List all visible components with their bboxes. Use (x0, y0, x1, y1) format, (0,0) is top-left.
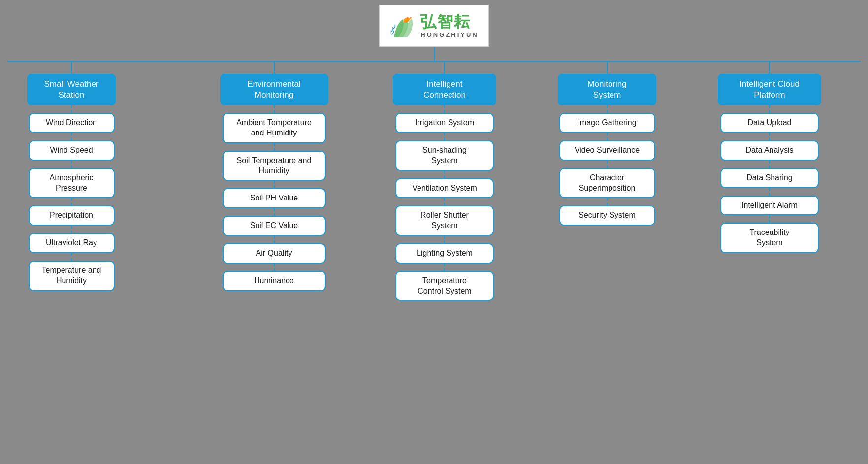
item-ventilation: Ventilation System (395, 178, 494, 199)
item-data-sharing: Data Sharing (720, 168, 819, 188)
item-irrigation: Irrigation System (395, 113, 494, 133)
item-air-quality: Air Quality (223, 243, 326, 264)
item-data-upload: Data Upload (720, 113, 819, 133)
item-data-analysis: Data Analysis (720, 140, 819, 161)
item-lighting: Lighting System (395, 243, 494, 264)
item-sunshading: Sun-shadingSystem (395, 140, 494, 171)
cloud-header: Intelligent CloudPlatform (718, 74, 821, 105)
item-soil-ec: Soil EC Value (223, 216, 326, 236)
item-soil-ph: Soil PH Value (223, 188, 326, 208)
page-wrapper: 弘智耘 HONGZHIYUN Small WeatherStation Wind… (0, 0, 868, 464)
col-monitoring: MonitoringSystem Image Gathering Video S… (526, 62, 688, 226)
item-video-surveillance: Video Surveillance (559, 140, 655, 161)
item-ambient-temp: Ambient Temperatureand Humidity (223, 113, 326, 143)
col-cloud: Intelligent CloudPlatform Data Upload Da… (688, 62, 861, 253)
item-image-gathering: Image Gathering (559, 113, 655, 133)
item-wind-speed: Wind Speed (29, 140, 115, 161)
item-temp-humidity-weather: Temperature andHumidity (29, 261, 115, 291)
item-illuminance: Illuminance (223, 271, 326, 291)
logo-pinyin: HONGZHIYUN (420, 31, 478, 38)
top-horizontal-line (7, 61, 861, 62)
item-ultraviolet: Ultraviolet Ray (29, 233, 115, 253)
monitoring-header: MonitoringSystem (558, 74, 656, 105)
intelligent-header: IntelligentConnection (393, 74, 496, 105)
item-roller-shutter: Roller ShutterSystem (395, 205, 494, 236)
item-intelligent-alarm: Intelligent Alarm (720, 196, 819, 216)
col-env: EnvironmentalMonitoring Ambient Temperat… (185, 62, 363, 291)
item-temp-control: TemperatureControl System (395, 271, 494, 301)
col-weather: Small WeatherStation Wind Direction Wind… (7, 62, 185, 291)
item-atmospheric-pressure: AtmosphericPressure (29, 168, 115, 199)
col-intelligent: IntelligentConnection Irrigation System … (363, 62, 526, 301)
w-dash-0 (71, 105, 72, 113)
item-soil-temp: Soil Temperature andHumidity (223, 151, 326, 181)
logo-box: 弘智耘 HONGZHIYUN (379, 5, 488, 47)
logo-text-block: 弘智耘 HONGZHIYUN (420, 13, 478, 38)
logo-v-connector (434, 47, 435, 61)
item-traceability: TraceabilitySystem (720, 223, 819, 253)
logo-chinese: 弘智耘 (420, 13, 471, 31)
weather-v-drop (71, 62, 72, 74)
item-wind-direction: Wind Direction (29, 113, 115, 133)
logo-icon (389, 10, 417, 42)
item-security: Security System (559, 205, 655, 226)
item-precipitation: Precipitation (29, 205, 115, 226)
logo-area: 弘智耘 HONGZHIYUN (0, 0, 868, 47)
item-character-superimposition: CharacterSuperimposition (559, 168, 655, 199)
weather-header: Small WeatherStation (27, 74, 116, 105)
env-header: EnvironmentalMonitoring (220, 74, 328, 105)
